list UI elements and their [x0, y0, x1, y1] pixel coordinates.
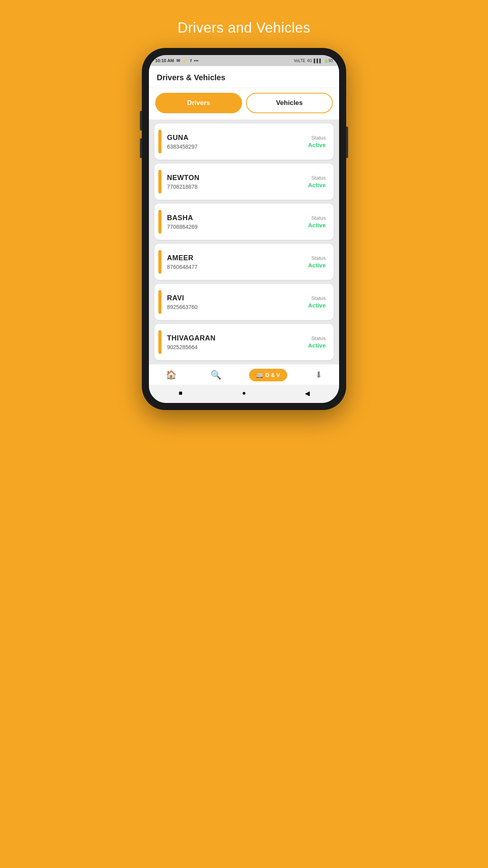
driver-accent-4	[158, 290, 161, 314]
nav-dv-label: D & V	[265, 372, 280, 378]
status-label-5: Status	[308, 335, 326, 341]
driver-status-1: Status Active	[308, 175, 327, 188]
volte-icon: VoLTE	[294, 59, 305, 63]
driver-phone-1: 7708218878	[167, 184, 308, 190]
fb-icon: f	[190, 58, 192, 63]
usb-icon: ⚡	[182, 58, 188, 63]
phone-screen: 10:10 AM ✉ ⚡ f ••• VoLTE 4G ▌▌▌ 🔋93 Driv…	[149, 55, 339, 403]
app-header: Drivers & Vehicles	[149, 66, 339, 88]
driver-status-5: Status Active	[308, 335, 327, 349]
network-icon: 4G	[307, 59, 312, 63]
tab-bar: Drivers Vehicles	[149, 88, 339, 120]
phone-frame: 10:10 AM ✉ ⚡ f ••• VoLTE 4G ▌▌▌ 🔋93 Driv…	[142, 48, 346, 410]
nav-download[interactable]: ⬇	[309, 368, 328, 382]
driver-info-0: GUNA 6383458297	[167, 134, 308, 150]
status-bar-left: 10:10 AM ✉ ⚡ f •••	[155, 58, 198, 63]
status-bar-right: VoLTE 4G ▌▌▌ 🔋93	[294, 59, 333, 63]
android-nav: ■ ● ◀	[149, 385, 339, 403]
driver-accent-2	[158, 210, 161, 234]
app-header-title: Drivers & Vehicles	[157, 73, 226, 82]
download-icon: ⬇	[315, 370, 322, 380]
driver-name-4: RAVI	[167, 294, 308, 302]
time-display: 10:10 AM	[155, 58, 174, 63]
status-value-1: Active	[308, 182, 326, 188]
driver-info-4: RAVI 8925663760	[167, 294, 308, 310]
driver-card-3[interactable]: AMEER 8760648477 Status Active	[154, 244, 334, 280]
search-icon: 🔍	[211, 370, 221, 380]
status-label-4: Status	[308, 295, 326, 301]
driver-phone-4: 8925663760	[167, 304, 308, 310]
status-label-3: Status	[308, 255, 326, 261]
nav-dv-button[interactable]: 🚐 D & V	[249, 369, 287, 381]
driver-info-5: THIVAGARAN 9025285664	[167, 334, 308, 350]
status-label-0: Status	[308, 135, 326, 141]
driver-name-5: THIVAGARAN	[167, 334, 308, 342]
page-title: Drivers and Vehicles	[170, 8, 318, 44]
driver-status-4: Status Active	[308, 295, 327, 309]
status-value-0: Active	[308, 142, 326, 148]
driver-status-3: Status Active	[308, 255, 327, 268]
tab-vehicles[interactable]: Vehicles	[246, 93, 333, 113]
driver-phone-3: 8760648477	[167, 264, 308, 270]
driver-phone-5: 9025285664	[167, 344, 308, 350]
driver-name-0: GUNA	[167, 134, 308, 142]
driver-name-1: NEWTON	[167, 174, 308, 182]
driver-card-2[interactable]: BASHA 7708864269 Status Active	[154, 204, 334, 240]
driver-card-1[interactable]: NEWTON 7708218878 Status Active	[154, 164, 334, 200]
driver-phone-2: 7708864269	[167, 224, 308, 230]
driver-phone-0: 6383458297	[167, 143, 308, 150]
driver-card-5[interactable]: THIVAGARAN 9025285664 Status Active	[154, 324, 334, 360]
driver-info-3: AMEER 8760648477	[167, 254, 308, 270]
msg-icon: ✉	[176, 58, 180, 63]
android-back-button[interactable]: ◀	[303, 389, 312, 397]
drivers-list: GUNA 6383458297 Status Active NEWTON 770…	[149, 120, 339, 364]
home-icon: 🏠	[166, 370, 176, 380]
driver-accent-1	[158, 170, 161, 193]
driver-status-2: Status Active	[308, 215, 327, 228]
android-home-button[interactable]: ●	[240, 389, 248, 397]
status-value-5: Active	[308, 342, 326, 349]
more-icon: •••	[194, 58, 199, 63]
driver-accent-5	[158, 330, 161, 354]
status-value-3: Active	[308, 262, 326, 268]
driver-info-1: NEWTON 7708218878	[167, 174, 308, 190]
power-button	[346, 127, 348, 158]
driver-card-0[interactable]: GUNA 6383458297 Status Active	[154, 123, 334, 160]
status-value-2: Active	[308, 222, 326, 228]
status-bar: 10:10 AM ✉ ⚡ f ••• VoLTE 4G ▌▌▌ 🔋93	[149, 55, 339, 66]
driver-accent-3	[158, 250, 161, 274]
volume-up-button	[140, 111, 142, 131]
van-icon: 🚐	[256, 372, 263, 378]
android-recent-button[interactable]: ■	[176, 389, 185, 397]
driver-name-3: AMEER	[167, 254, 308, 262]
signal-icon: ▌▌▌	[314, 59, 322, 63]
status-label-1: Status	[308, 175, 326, 181]
driver-card-4[interactable]: RAVI 8925663760 Status Active	[154, 284, 334, 320]
bottom-nav: 🏠 🔍 🚐 D & V ⬇	[149, 364, 339, 385]
driver-status-0: Status Active	[308, 135, 327, 148]
nav-home[interactable]: 🏠	[160, 368, 183, 382]
battery-icon: 🔋93	[324, 59, 333, 63]
tab-drivers[interactable]: Drivers	[155, 93, 242, 113]
driver-name-2: BASHA	[167, 214, 308, 222]
driver-accent-0	[158, 130, 161, 153]
status-value-4: Active	[308, 302, 326, 309]
driver-info-2: BASHA 7708864269	[167, 214, 308, 230]
volume-down-button	[140, 138, 142, 158]
status-label-2: Status	[308, 215, 326, 221]
nav-search[interactable]: 🔍	[204, 368, 227, 382]
